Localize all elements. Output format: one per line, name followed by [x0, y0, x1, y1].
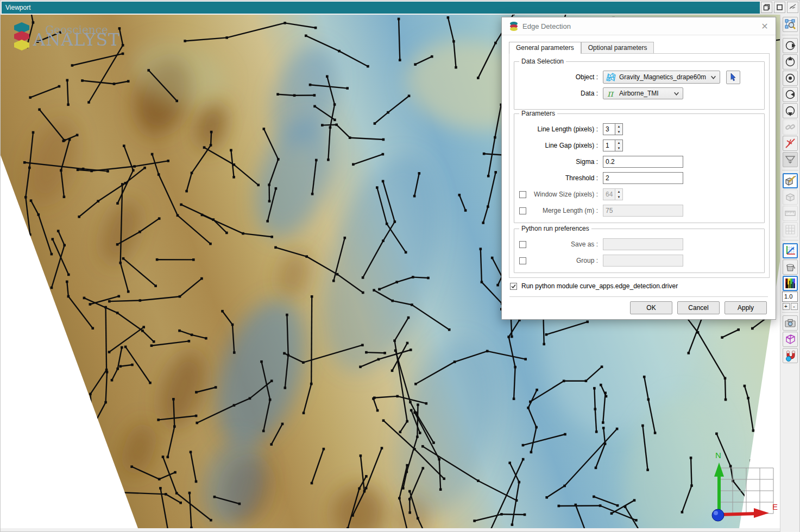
wireframe-button[interactable]	[783, 332, 798, 347]
view-top-button[interactable]	[783, 71, 798, 86]
circle-arrow-up-icon	[784, 56, 796, 68]
view-east-button[interactable]	[783, 38, 798, 53]
eye-slash-icon	[789, 4, 796, 11]
drape-surface-icon	[606, 72, 616, 82]
maximize-window-button[interactable]	[774, 2, 785, 13]
python-prefs-group-title: Python run preferences	[519, 225, 591, 232]
dialog-tabs: General parameters Optional parameters	[509, 42, 654, 53]
dialog-app-icon	[509, 21, 519, 31]
red-cross-icon	[784, 137, 796, 149]
line-length-spin-up-icon[interactable]: ▲	[615, 124, 622, 129]
box-tool-button[interactable]	[783, 189, 798, 205]
sigma-label: Sigma :	[534, 158, 598, 166]
object-label: Object :	[534, 73, 598, 81]
group-input[interactable]	[603, 255, 683, 267]
dialog-divider	[509, 296, 768, 297]
merge-length-checkbox[interactable]	[519, 207, 526, 214]
data-value: Airborne_TMI	[619, 90, 670, 97]
parameters-group: Parameters Line Length (pixels) :3▲▼Line…	[514, 113, 765, 223]
window-size-value[interactable]: 64	[603, 188, 615, 200]
group-row: Group :	[514, 252, 764, 269]
circle-dot-icon	[784, 72, 796, 84]
line-gap-spin-down-icon[interactable]: ▼	[615, 145, 622, 151]
ok-button[interactable]: OK	[630, 301, 672, 314]
chevron-down-icon	[673, 91, 679, 97]
screenshot-button[interactable]	[783, 315, 798, 331]
run-python-module-label: Run python module curve_apps.edge_detect…	[521, 282, 678, 290]
zoom-to-data-button[interactable]	[783, 17, 798, 32]
ruler-icon	[784, 207, 796, 219]
rainbow-icon	[784, 277, 796, 289]
view-north-button[interactable]	[783, 54, 798, 69]
cancel-button[interactable]: Cancel	[677, 301, 720, 314]
line-length-row: Line Length (pixels) :3▲▼	[514, 121, 764, 137]
window-size-checkbox[interactable]	[519, 191, 526, 198]
save-as-row: Save as :	[514, 236, 764, 252]
grid-button[interactable]	[783, 222, 798, 237]
pi-data-icon: π	[606, 88, 616, 98]
group-checkbox[interactable]	[519, 257, 526, 264]
parameters-group-title: Parameters	[519, 110, 557, 117]
window-size-spin-up-icon[interactable]: ▲	[615, 189, 622, 194]
line-gap-label: Line Gap (pixels) :	[534, 142, 598, 149]
axis-grid	[719, 468, 773, 514]
camera-icon	[784, 317, 796, 329]
wire-cube-icon	[784, 333, 796, 345]
merge-length-row: Merge Length (m) :75	[514, 202, 764, 219]
window-size-spin-down-icon[interactable]: ▼	[615, 194, 622, 200]
save-as-input[interactable]	[603, 238, 683, 250]
save-as-label: Save as :	[534, 240, 598, 248]
trapezoid-icon	[784, 154, 796, 166]
fill-color-button[interactable]	[783, 259, 798, 275]
measure-button[interactable]	[783, 206, 798, 221]
east-axis-arrow: E	[719, 502, 778, 518]
save-as-checkbox[interactable]	[519, 241, 526, 248]
apply-button[interactable]: Apply	[725, 301, 767, 314]
threshold-label: Threshold :	[534, 174, 598, 182]
window-size-spinner[interactable]: 64▲▼	[603, 188, 623, 200]
data-selection-group-title: Data Selection	[519, 58, 566, 65]
line-gap-row: Line Gap (pixels) :1▲▼	[514, 137, 764, 154]
dialog-title: Edge Detection	[522, 22, 571, 30]
clip-plane-button[interactable]	[783, 152, 798, 167]
east-label: E	[772, 502, 778, 511]
hide-viewport-button[interactable]	[787, 2, 798, 13]
cube-pencil-icon	[784, 175, 796, 187]
dialog-close-button[interactable]: ✕	[759, 21, 770, 32]
scale-input[interactable]: 1.0	[782, 292, 798, 302]
view-down-button[interactable]	[783, 103, 798, 118]
threshold-row: Threshold :2	[514, 170, 764, 186]
viewport-titlebar[interactable]: Viewport	[2, 2, 760, 14]
line-length-label: Line Length (pixels) :	[534, 125, 598, 133]
link-views-button[interactable]	[783, 119, 798, 135]
run-python-module-checkbox[interactable]	[510, 283, 517, 290]
tab-general-parameters[interactable]: General parameters	[509, 42, 581, 54]
line-gap-spinner[interactable]: 1▲▼	[603, 140, 623, 151]
sigma-input[interactable]: 0.2	[603, 156, 683, 168]
line-gap-value[interactable]: 1	[603, 140, 615, 151]
clear-slice-button[interactable]	[783, 136, 798, 151]
threshold-input[interactable]: 2	[603, 172, 683, 184]
scale-plus-button[interactable]: +	[783, 303, 790, 310]
line-gap-spin-up-icon[interactable]: ▲	[615, 140, 622, 145]
line-length-spinner[interactable]: 3▲▼	[603, 123, 623, 135]
line-length-value[interactable]: 3	[603, 123, 615, 135]
application-window: Viewport Geoscience ANALYST	[0, 0, 800, 532]
edit-3d-button[interactable]	[783, 173, 798, 188]
line-length-spin-down-icon[interactable]: ▼	[615, 129, 622, 135]
scale-minus-button[interactable]: -	[791, 303, 798, 310]
magnet-button[interactable]	[783, 348, 798, 363]
colormap-button[interactable]	[783, 276, 798, 291]
window-size-label: Window Size (pixels) :	[534, 191, 598, 198]
rotate-right-button[interactable]	[783, 87, 798, 102]
window-size-row: Window Size (pixels) :64▲▼	[514, 186, 764, 202]
restore-window-button[interactable]	[761, 2, 772, 13]
object-dropdown[interactable]: Gravity_Magnetics_drape60m	[603, 71, 720, 84]
data-dropdown[interactable]: π Airborne_TMI	[603, 87, 683, 99]
plot-axes-button[interactable]	[783, 243, 798, 258]
data-selection-group: Data Selection Object : Gravity_Magnetic…	[514, 61, 765, 110]
dialog-header[interactable]: Edge Detection ✕	[502, 17, 776, 35]
tab-optional-parameters[interactable]: Optional parameters	[581, 42, 654, 53]
merge-length-input[interactable]: 75	[603, 205, 683, 217]
pick-object-button[interactable]	[726, 71, 740, 84]
